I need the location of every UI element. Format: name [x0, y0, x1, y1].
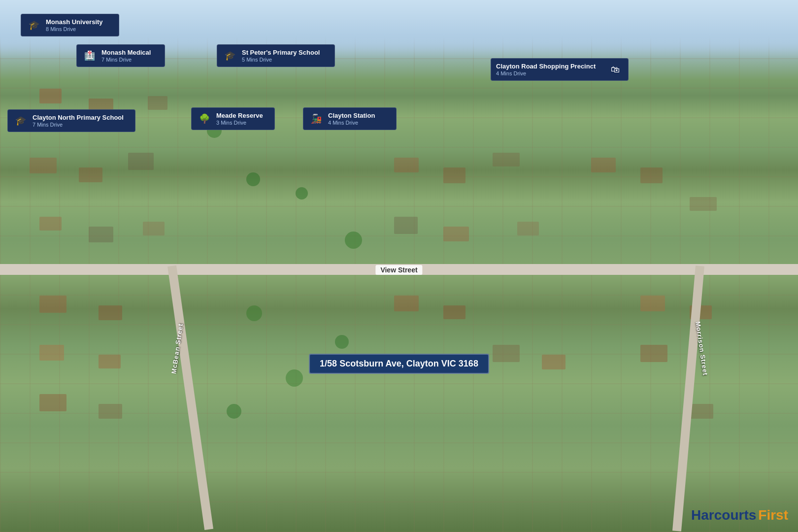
- map-container: View Street McBean Street Morrison Stree…: [0, 0, 798, 532]
- clayton-station-text: Clayton Station 4 Mins Drive: [328, 112, 375, 126]
- hospital-icon: 🏥: [82, 48, 98, 64]
- st-peters-text: St Peter's Primary School 5 Mins Drive: [242, 49, 320, 63]
- park-icon: 🌳: [197, 111, 212, 127]
- shopping-icon: 🛍: [607, 62, 623, 77]
- clayton-station-badge: 🚂 Clayton Station 4 Mins Drive: [303, 107, 397, 130]
- monash-medical-badge: 🏥 Monash Medical 7 Mins Drive: [76, 44, 165, 67]
- monash-university-badge: 🎓 Monash University 8 Mins Drive: [21, 14, 119, 36]
- monash-medical-text: Monash Medical 7 Mins Drive: [101, 49, 151, 63]
- harcourts-logo: Harcourts First: [691, 507, 788, 523]
- harcourts-brand-name: Harcourts: [691, 507, 756, 523]
- train-icon: 🚂: [308, 111, 324, 127]
- st-peters-badge: 🎓 St Peter's Primary School 5 Mins Drive: [217, 44, 335, 67]
- monash-university-text: Monash University 8 Mins Drive: [46, 18, 103, 32]
- clayton-north-badge: 🎓 Clayton North Primary School 7 Mins Dr…: [7, 109, 135, 132]
- meade-reserve-text: Meade Reserve 3 Mins Drive: [216, 112, 263, 126]
- graduation-icon: 🎓: [26, 17, 42, 33]
- school-icon-1: 🎓: [222, 48, 238, 64]
- shopping-precinct-text: Clayton Road Shopping Precinct 4 Mins Dr…: [496, 63, 596, 76]
- shopping-precinct-badge: Clayton Road Shopping Precinct 4 Mins Dr…: [491, 58, 629, 81]
- school-icon-2: 🎓: [13, 113, 29, 129]
- harcourts-division-name: First: [758, 507, 788, 523]
- meade-reserve-badge: 🌳 Meade Reserve 3 Mins Drive: [191, 107, 275, 130]
- view-street-label: View Street: [375, 265, 422, 275]
- clayton-north-text: Clayton North Primary School 7 Mins Driv…: [33, 114, 124, 128]
- property-address: 1/58 Scotsburn Ave, Clayton VIC 3168: [309, 354, 489, 374]
